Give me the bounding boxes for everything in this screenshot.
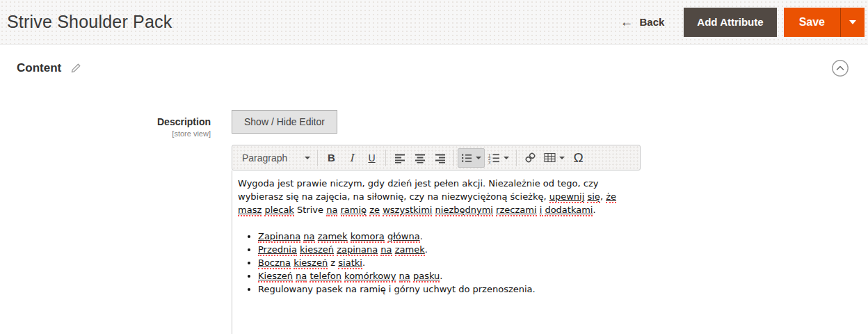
- caret-down-icon: [559, 157, 565, 159]
- back-button[interactable]: ← Back: [620, 15, 665, 29]
- paragraph-format-label: Paragraph: [242, 152, 287, 164]
- section-title: Content: [17, 61, 61, 75]
- store-view-scope-label: [store view]: [0, 129, 211, 138]
- misspelled-word: Kieszeń: [258, 271, 293, 283]
- editor-toolbar: Paragraph B I U: [232, 145, 641, 170]
- bullet-list-icon: [461, 152, 472, 164]
- text-run: [396, 271, 399, 281]
- misspelled-word: na: [326, 205, 337, 216]
- bold-button[interactable]: B: [321, 148, 341, 168]
- bold-icon: B: [328, 152, 335, 164]
- misspelled-word: Przednia: [258, 244, 297, 256]
- misspelled-word: kieszeń: [294, 257, 328, 269]
- editor-list-item: Kieszeń na telefon komórkowy na pasku.: [258, 269, 622, 283]
- product-edit-page: Strive Shoulder Pack ← Back Add Attribut…: [0, 0, 868, 334]
- save-dropdown-button[interactable]: [841, 8, 865, 37]
- misspelled-word: ze: [369, 205, 380, 216]
- numbered-list-button[interactable]: 1 2 3: [485, 148, 513, 168]
- back-arrow-icon: ←: [620, 15, 634, 29]
- save-split-button: Save: [784, 8, 865, 37]
- toolbar-separator: [317, 150, 318, 166]
- save-button[interactable]: Save: [784, 8, 840, 37]
- text-run: .: [425, 244, 428, 255]
- misspelled-word: dodatkami: [545, 205, 593, 216]
- header-actions: ← Back Add Attribute Save: [620, 8, 865, 37]
- toolbar-separator: [453, 150, 454, 166]
- text-run: Wygoda jest prawie niczym, gdy dzień jes…: [238, 178, 598, 202]
- misspelled-word: plecak: [264, 205, 294, 216]
- edit-pencil-icon[interactable]: [70, 63, 81, 74]
- misspelled-word: komora: [351, 231, 385, 243]
- editor-list-item: Przednia kieszeń zapinana na zamek.: [258, 243, 622, 256]
- misspelled-word: siatki: [338, 257, 362, 269]
- misspelled-word: główna: [387, 231, 420, 243]
- toolbar-separator: [385, 150, 386, 166]
- text-run: Regulowany pasek na ramię i górny uchwyt…: [258, 284, 536, 294]
- section-title-wrap: Content: [17, 61, 81, 75]
- text-run: Strive: [294, 205, 326, 215]
- page-title: Strive Shoulder Pack: [7, 12, 172, 32]
- editor-list-item: Boczna kieszeń z siatki.: [258, 256, 622, 269]
- italic-icon: I: [350, 152, 354, 164]
- align-right-button[interactable]: [430, 148, 450, 168]
- add-attribute-button[interactable]: Add Attribute: [684, 8, 776, 37]
- description-label: Description: [0, 116, 211, 127]
- svg-text:3: 3: [488, 159, 491, 164]
- misspelled-word: ramię: [341, 205, 367, 216]
- toolbar-separator: [516, 150, 517, 166]
- misspelled-word: na: [399, 271, 410, 283]
- align-left-button[interactable]: [389, 148, 410, 168]
- caret-down-icon: [504, 157, 509, 159]
- misspelled-word: rzeczami: [496, 205, 536, 216]
- omega-icon: Ω: [573, 150, 583, 166]
- underline-icon: U: [368, 152, 375, 164]
- content-section-header: Content: [0, 45, 868, 77]
- misspelled-word: Boczna: [258, 257, 291, 269]
- misspelled-word: na: [296, 271, 307, 283]
- insert-link-button[interactable]: [520, 148, 540, 168]
- text-run: .: [593, 205, 595, 215]
- misspelled-word: zapinana: [337, 244, 378, 256]
- insert-table-button[interactable]: [540, 148, 568, 168]
- align-left-icon: [394, 152, 405, 164]
- bullet-list-button[interactable]: [458, 148, 485, 168]
- show-hide-editor-button[interactable]: Show / Hide Editor: [232, 110, 337, 134]
- text-run: .: [420, 231, 423, 241]
- misspelled-word: na: [303, 231, 314, 243]
- wysiwyg-editor: Paragraph B I U: [232, 145, 868, 334]
- editor-bullet-list: Zapinana na zamek komora główna.Przednia…: [238, 230, 622, 296]
- misspelled-word: się: [587, 191, 600, 203]
- paragraph-format-select[interactable]: Paragraph: [236, 148, 314, 168]
- page-header: Strive Shoulder Pack ← Back Add Attribut…: [0, 0, 868, 45]
- misspelled-word: upewnij: [549, 191, 585, 203]
- caret-down-icon: [305, 157, 310, 159]
- misspelled-word: Zapinana: [258, 231, 300, 243]
- caret-down-icon: [849, 20, 856, 24]
- description-field-row: Description [store view] Show / Hide Edi…: [0, 110, 868, 334]
- align-center-icon: [415, 152, 426, 164]
- align-right-icon: [435, 152, 446, 164]
- numbered-list-icon: 1 2 3: [488, 152, 500, 164]
- special-character-button[interactable]: Ω: [568, 148, 588, 168]
- misspelled-word: że: [606, 191, 616, 203]
- table-icon: [544, 152, 556, 163]
- misspelled-word: masz: [238, 205, 262, 216]
- description-field-column: Show / Hide Editor Paragraph B I U: [232, 110, 868, 334]
- misspelled-word: na: [380, 244, 392, 256]
- misspelled-word: komórkowy: [344, 271, 396, 283]
- text-run: .: [362, 257, 365, 268]
- link-icon: [524, 152, 536, 164]
- text-run: .: [440, 271, 442, 281]
- misspelled-word: niezbędnymi: [435, 205, 493, 216]
- text-run: [337, 205, 340, 215]
- editor-content-area[interactable]: Wygoda jest prawie niczym, gdy dzień jes…: [232, 170, 868, 334]
- collapse-section-button[interactable]: [831, 59, 849, 77]
- italic-button[interactable]: I: [341, 148, 362, 168]
- editor-paragraph: Wygoda jest prawie niczym, gdy dzień jes…: [238, 177, 622, 216]
- text-run: z: [328, 257, 338, 268]
- align-center-button[interactable]: [410, 148, 430, 168]
- description-label-column: Description [store view]: [0, 110, 211, 334]
- misspelled-word: zamek: [395, 244, 425, 256]
- underline-button[interactable]: U: [362, 148, 382, 168]
- misspelled-word: pasku: [413, 271, 440, 283]
